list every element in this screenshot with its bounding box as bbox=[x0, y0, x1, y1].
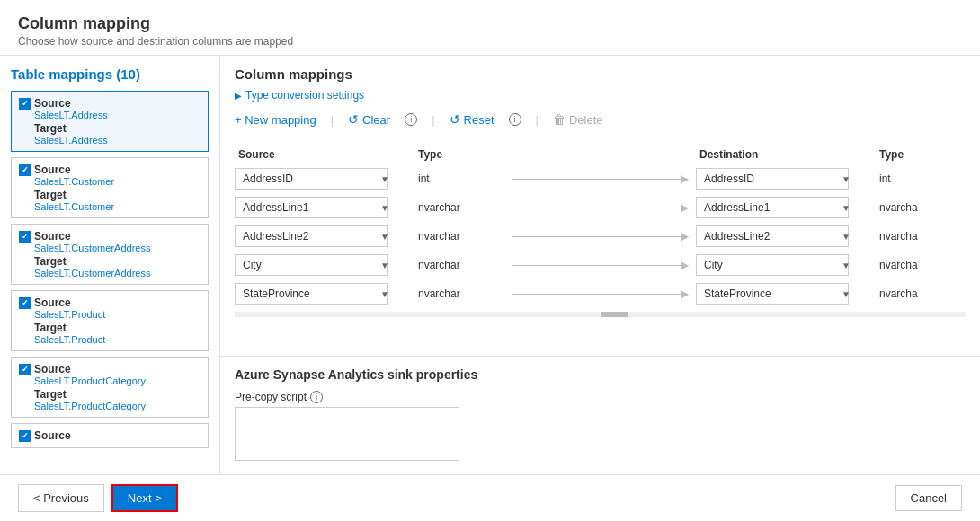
table-items-container: Source SalesLT.Address Target SalesLT.Ad… bbox=[11, 91, 209, 448]
source-select-1[interactable]: AddressLine1 bbox=[235, 197, 388, 218]
table-item-checkbox-5[interactable] bbox=[19, 430, 31, 442]
clear-icon: ↺ bbox=[348, 112, 359, 127]
table-item-0[interactable]: Source SalesLT.Address Target SalesLT.Ad… bbox=[11, 91, 209, 152]
table-item-target-sub-0: SalesLT.Address bbox=[34, 135, 200, 146]
toolbar-sep3: | bbox=[536, 113, 539, 127]
table-item-source-sub-3: SalesLT.Product bbox=[34, 309, 200, 320]
table-item-1[interactable]: Source SalesLT.Customer Target SalesLT.C… bbox=[11, 157, 209, 218]
horizontal-scrollbar[interactable] bbox=[235, 312, 966, 317]
column-mappings-title: Column mappings bbox=[235, 66, 966, 82]
mapping-row-0: AddressID ▼ int ▶ AddressID ▼ int bbox=[235, 168, 966, 190]
source-select-2[interactable]: AddressLine2 bbox=[235, 225, 388, 247]
source-select-4[interactable]: StateProvince bbox=[235, 283, 388, 305]
table-item-header-4: Source bbox=[19, 363, 200, 375]
table-item-checkbox-0[interactable] bbox=[19, 98, 31, 110]
table-item-5[interactable]: Source bbox=[11, 423, 209, 448]
table-item-checkbox-1[interactable] bbox=[19, 164, 31, 176]
dest-select-2[interactable]: AddressLine2 bbox=[696, 225, 849, 247]
pre-copy-input[interactable] bbox=[235, 407, 459, 461]
table-item-checkbox-2[interactable] bbox=[19, 231, 31, 243]
page-title: Column mapping bbox=[18, 14, 962, 33]
main-content: Table mappings (10) Source SalesLT.Addre… bbox=[0, 56, 980, 474]
toolbar: + New mapping | ↺ Clear i | ↺ Reset i | … bbox=[235, 112, 966, 134]
arrow-line-body-1 bbox=[512, 208, 681, 208]
new-mapping-button[interactable]: + New mapping bbox=[235, 113, 316, 127]
reset-icon: ↺ bbox=[450, 112, 460, 127]
arrowhead-1: ▶ bbox=[681, 201, 689, 214]
table-item-source-label-3: Source bbox=[34, 296, 71, 309]
sink-properties: Azure Synapse Analytics sink properties … bbox=[220, 356, 980, 474]
delete-button[interactable]: 🗑 Delete bbox=[553, 112, 603, 127]
arrowhead-0: ▶ bbox=[681, 172, 689, 185]
previous-button[interactable]: < Previous bbox=[18, 484, 104, 512]
page-subtitle: Choose how source and destination column… bbox=[18, 35, 962, 48]
table-item-header-5: Source bbox=[19, 429, 200, 442]
dest-select-1[interactable]: AddressLine1 bbox=[696, 197, 849, 218]
source-select-wrap-3: City ▼ bbox=[235, 254, 414, 276]
delete-label: Delete bbox=[569, 113, 603, 127]
arrow-line-4: ▶ bbox=[504, 287, 696, 300]
source-select-wrap-4: StateProvince ▼ bbox=[235, 283, 414, 305]
type-col-header: Type bbox=[414, 148, 504, 161]
table-item-checkbox-3[interactable] bbox=[19, 297, 31, 309]
clear-label: Clear bbox=[362, 113, 390, 127]
arrow-line-body-3 bbox=[512, 265, 681, 266]
clear-button[interactable]: ↺ Clear bbox=[348, 112, 390, 127]
source-select-wrap-2: AddressLine2 ▼ bbox=[235, 225, 414, 247]
mapping-row-2: AddressLine2 ▼ nvarchar ▶ AddressLine2 ▼… bbox=[235, 225, 966, 247]
dest-select-wrap-0: AddressID ▼ bbox=[696, 168, 876, 190]
dest-type-1: nvarcha bbox=[876, 201, 966, 214]
arrowhead-4: ▶ bbox=[681, 287, 689, 300]
table-item-source-label-2: Source bbox=[34, 230, 71, 243]
table-item-3[interactable]: Source SalesLT.Product Target SalesLT.Pr… bbox=[11, 290, 209, 351]
next-button[interactable]: Next > bbox=[111, 484, 178, 512]
delete-icon: 🗑 bbox=[553, 112, 566, 127]
reset-button[interactable]: ↺ Reset bbox=[450, 112, 494, 127]
pre-copy-info-icon[interactable]: i bbox=[310, 391, 323, 403]
mapping-row-4: StateProvince ▼ nvarchar ▶ StateProvince… bbox=[235, 283, 966, 305]
dest-select-wrap-2: AddressLine2 ▼ bbox=[696, 225, 876, 247]
source-select-3[interactable]: City bbox=[235, 254, 388, 276]
new-mapping-label: + New mapping bbox=[235, 113, 316, 127]
arrowhead-3: ▶ bbox=[681, 259, 689, 271]
table-item-header-3: Source bbox=[19, 296, 200, 309]
table-item-source-label-5: Source bbox=[34, 429, 71, 442]
table-item-target-sub-1: SalesLT.Customer bbox=[34, 201, 200, 212]
table-item-source-sub-1: SalesLT.Customer bbox=[34, 176, 200, 187]
table-item-checkbox-4[interactable] bbox=[19, 364, 31, 375]
table-item-header-2: Source bbox=[19, 230, 200, 243]
type-conversion-settings[interactable]: ▶ Type conversion settings bbox=[235, 89, 966, 102]
table-item-target-sub-3: SalesLT.Product bbox=[34, 334, 200, 345]
dest-select-wrap-4: StateProvince ▼ bbox=[696, 283, 876, 305]
dest-select-4[interactable]: StateProvince bbox=[696, 283, 849, 305]
footer: < Previous Next > Cancel bbox=[0, 474, 980, 521]
clear-info-icon[interactable]: i bbox=[405, 113, 417, 126]
arrowhead-2: ▶ bbox=[681, 230, 689, 243]
arrow-line-body-2 bbox=[512, 236, 681, 237]
type-conversion-label: Type conversion settings bbox=[245, 89, 364, 102]
sink-title: Azure Synapse Analytics sink properties bbox=[235, 367, 966, 382]
table-item-source-sub-2: SalesLT.CustomerAddress bbox=[34, 243, 200, 253]
reset-info-icon[interactable]: i bbox=[509, 113, 521, 126]
dest-type-0: int bbox=[876, 172, 966, 185]
cancel-button[interactable]: Cancel bbox=[895, 485, 962, 511]
source-select-wrap-0: AddressID ▼ bbox=[235, 168, 414, 190]
toolbar-sep2: | bbox=[432, 113, 434, 127]
dest-type-col-header: Type bbox=[876, 148, 966, 161]
table-item-target-sub-2: SalesLT.CustomerAddress bbox=[34, 268, 200, 278]
dest-select-0[interactable]: AddressID bbox=[696, 168, 849, 190]
pre-copy-label: Pre-copy script i bbox=[235, 391, 966, 403]
dest-select-wrap-1: AddressLine1 ▼ bbox=[696, 197, 876, 218]
source-type-2: nvarchar bbox=[414, 230, 504, 243]
table-item-2[interactable]: Source SalesLT.CustomerAddress Target Sa… bbox=[11, 224, 209, 285]
table-item-4[interactable]: Source SalesLT.ProductCategory Target Sa… bbox=[11, 357, 209, 418]
dest-select-3[interactable]: City bbox=[696, 254, 849, 276]
scrollbar-thumb[interactable] bbox=[601, 312, 628, 317]
mapping-rows-container: AddressID ▼ int ▶ AddressID ▼ int Addres… bbox=[235, 168, 966, 305]
sidebar-title: Table mappings (10) bbox=[11, 66, 209, 82]
mapping-header: Source Type Destination Type bbox=[235, 145, 966, 168]
source-select-0[interactable]: AddressID bbox=[235, 168, 388, 190]
page-header: Column mapping Choose how source and des… bbox=[0, 0, 980, 56]
source-type-0: int bbox=[414, 172, 504, 185]
source-type-4: nvarchar bbox=[414, 287, 504, 300]
